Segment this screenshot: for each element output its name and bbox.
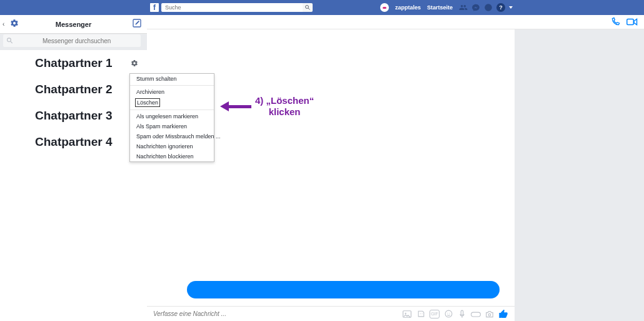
gif-icon[interactable]: GIF [430,310,440,318]
svg-point-13 [449,313,450,313]
home-link[interactable]: Startseite [427,4,453,11]
menu-item-report[interactable]: Spam oder Missbrauch melden ... [130,131,214,141]
svg-point-11 [445,310,452,317]
emoji-icon[interactable] [443,310,453,318]
chat-header [147,15,644,29]
menu-item-mark-unread[interactable]: Als ungelesen markieren [130,111,214,121]
svg-line-6 [11,41,13,43]
facebook-logo[interactable]: f [150,3,159,12]
chat-item-label: Chatpartner 4 [35,135,113,148]
notifications-icon[interactable] [484,3,493,12]
search-icon [7,38,13,44]
sidebar: Chatpartner 1 Chatpartner 2 Chatpartner … [0,50,147,321]
sticker-icon[interactable] [416,310,426,318]
svg-rect-4 [627,19,634,25]
messenger-header: ‹ Messenger [0,15,147,34]
compose-icon [132,18,142,28]
svg-point-8 [405,312,406,313]
menu-item-ignore[interactable]: Nachrichten ignorieren [130,141,214,151]
sidebar-search[interactable] [3,34,141,48]
chat-item-label: Chatpartner 3 [35,109,113,122]
search-input[interactable] [161,3,303,12]
svg-line-1 [308,8,310,10]
voice-icon[interactable] [457,310,467,318]
menu-separator [130,85,214,86]
phone-icon[interactable] [610,17,620,27]
dropdown-caret-icon[interactable] [509,6,513,9]
video-icon[interactable] [626,18,638,26]
svg-point-5 [8,38,11,42]
messenger-title: Messenger [56,21,91,28]
svg-point-0 [306,6,309,9]
messenger-icon[interactable] [471,3,480,12]
global-search [161,3,313,12]
gear-icon [10,19,19,28]
search-button[interactable] [303,3,313,12]
svg-point-2 [485,4,492,11]
svg-point-10 [421,313,422,314]
menu-item-archive[interactable]: Archivieren [130,87,214,97]
message-input[interactable] [153,310,402,317]
back-chevron-icon[interactable]: ‹ [3,21,4,28]
svg-rect-15 [471,312,481,317]
svg-point-16 [488,313,491,316]
photo-icon[interactable] [402,310,412,318]
composer: GIF [147,306,515,321]
search-icon [305,5,310,10]
chat-item-label: Chatpartner 1 [35,56,113,69]
help-icon[interactable]: ? [496,3,505,12]
sidebar-search-input[interactable] [16,38,137,44]
gear-icon [131,59,138,67]
outgoing-message-bubble [187,281,500,298]
chat-list-item[interactable]: Chatpartner 3 [0,103,147,129]
menu-item-delete[interactable]: Löschen [135,98,160,107]
friends-icon[interactable] [459,3,468,12]
username-link[interactable]: zapptales [395,4,421,11]
avatar[interactable] [380,3,389,12]
composer-icons: GIF [402,309,508,319]
chat-list-item[interactable]: Chatpartner 2 [0,76,147,103]
topbar: f zapptales Startseite ? [0,0,644,15]
menu-separator [130,110,214,110]
topbar-right: zapptales Startseite ? [380,3,513,12]
right-panel [515,29,644,306]
menu-item-mark-spam[interactable]: Als Spam markieren [130,121,214,131]
settings-button[interactable] [10,19,19,30]
chat-list-item[interactable]: Chatpartner 4 [0,129,147,155]
svg-point-12 [447,313,448,313]
menu-item-block[interactable]: Nachrichten blockieren [130,151,214,161]
compose-button[interactable] [132,18,142,31]
camera-icon[interactable] [485,310,495,318]
menu-item-mute[interactable]: Stumm schalten [130,74,214,84]
chat-context-menu: Stumm schalten Archivieren Löschen Als u… [129,73,214,162]
chat-list-item[interactable]: Chatpartner 1 [0,50,147,76]
svg-point-9 [420,313,420,314]
chat-main [147,29,515,306]
chat-item-label: Chatpartner 2 [35,83,113,96]
topbar-icons: ? [459,3,513,12]
like-icon[interactable] [498,309,508,319]
games-icon[interactable] [471,310,481,318]
svg-rect-14 [461,310,463,315]
chat-item-menu-button[interactable] [131,56,138,70]
